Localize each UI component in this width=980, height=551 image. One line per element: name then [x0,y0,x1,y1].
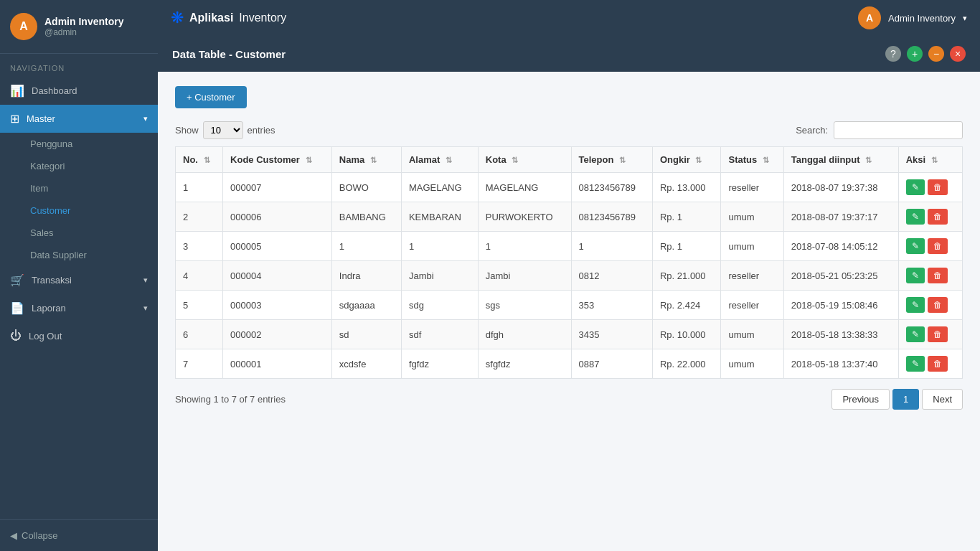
cell-no: 7 [176,349,223,379]
edit-button[interactable]: ✎ [906,179,925,195]
col-status: Status ⇅ [721,147,783,173]
page-1-button[interactable]: 1 [892,389,919,410]
edit-button[interactable]: ✎ [906,297,925,313]
dashboard-icon: 📊 [10,84,24,98]
laporan-icon: 📄 [10,301,24,315]
edit-button[interactable]: ✎ [906,238,925,254]
delete-button[interactable]: 🗑 [928,238,948,254]
sidebar-collapse-section: ◀ Collapse [0,519,158,551]
delete-button[interactable]: 🗑 [928,179,948,195]
sidebar-item-sales[interactable]: Sales [0,222,158,244]
dropbox-icon: ❋ [171,9,184,27]
sort-status-icon: ⇅ [763,156,769,164]
brand-section: ❋ Aplikasi Inventory [171,9,286,27]
sort-ongkir-icon: ⇅ [695,156,702,164]
delete-button[interactable]: 🗑 [928,268,948,283]
topbar: ❋ Aplikasi Inventory A Admin Inventory ▾ [158,0,980,36]
table-row: 7 000001 xcdsfe fgfdz sfgfdz 0887 Rp. 22… [176,349,963,379]
cell-alamat: MAGELANG [401,173,478,202]
header-actions: ? + − × [885,46,966,62]
search-label: Search: [796,125,828,136]
cell-nama: xcdsfe [331,349,401,379]
pagination-area: Showing 1 to 7 of 7 entries Previous 1 N… [175,389,963,410]
delete-button[interactable]: 🗑 [928,209,948,225]
cell-telepon: 08123456789 [571,202,652,232]
customer-table: No. ⇅ Kode Customer ⇅ Nama ⇅ Alamat ⇅ Ko… [175,146,963,379]
sidebar-item-transaksi[interactable]: 🛒 Transaksi ▾ [0,266,158,294]
show-label: Show [175,125,199,136]
delete-button[interactable]: 🗑 [928,356,948,372]
sidebar-item-pengguna[interactable]: Pengguna [0,133,158,155]
cell-status: reseller [721,173,783,202]
action-buttons: ✎ 🗑 [906,326,955,342]
cell-tanggal: 2018-08-07 19:37:17 [783,202,898,232]
show-entries-section: Show 10 25 50 100 entries [175,121,275,139]
cell-no: 3 [176,232,223,261]
edit-button[interactable]: ✎ [906,268,925,283]
sidebar-item-item[interactable]: Item [0,177,158,199]
cell-kode: 000003 [223,291,332,320]
cell-nama: BOWO [331,173,401,202]
expand-button[interactable]: + [907,46,923,62]
cell-kota: sgs [478,291,571,320]
search-section: Search: [796,121,963,139]
edit-button[interactable]: ✎ [906,326,925,342]
cell-ongkir: Rp. 21.000 [652,261,721,291]
sort-no-icon: ⇅ [204,156,210,164]
cell-ongkir: Rp. 1 [652,232,721,261]
cell-alamat: sdg [401,291,478,320]
master-chevron-icon: ▾ [143,114,148,123]
action-buttons: ✎ 🗑 [906,268,955,283]
collapse-button[interactable]: ◀ Collapse [10,530,58,541]
cell-aksi: ✎ 🗑 [898,261,962,291]
table-row: 1 000007 BOWO MAGELANG MAGELANG 08123456… [176,173,963,202]
col-alamat: Alamat ⇅ [401,147,478,173]
col-kode: Kode Customer ⇅ [223,147,332,173]
action-buttons: ✎ 🗑 [906,209,955,225]
sidebar-item-kategori[interactable]: Kategori [0,155,158,177]
sidebar-item-logout[interactable]: ⏻ Log Out [0,322,158,349]
sidebar-item-data-supplier[interactable]: Data Supplier [0,244,158,266]
delete-button[interactable]: 🗑 [928,326,948,342]
transaksi-icon: 🛒 [10,273,24,287]
transaksi-chevron-icon: ▾ [143,276,148,285]
cell-no: 4 [176,261,223,291]
edit-button[interactable]: ✎ [906,209,925,225]
cell-no: 5 [176,291,223,320]
cell-alamat: sdf [401,320,478,349]
sidebar: A Admin Inventory @admin Navigation 📊 Da… [0,0,158,551]
sidebar-item-dashboard[interactable]: 📊 Dashboard [0,77,158,105]
table-row: 2 000006 BAMBANG KEMBARAN PURWOKERTO 081… [176,202,963,232]
next-button[interactable]: Next [922,389,963,410]
sidebar-item-master[interactable]: ⊞ Master ▾ [0,105,158,133]
entries-select[interactable]: 10 25 50 100 [203,121,243,139]
cell-nama: 1 [331,232,401,261]
sidebar-user-section: A Admin Inventory @admin [0,0,158,54]
cell-alamat: KEMBARAN [401,202,478,232]
cell-no: 2 [176,202,223,232]
delete-button[interactable]: 🗑 [928,297,948,313]
edit-button[interactable]: ✎ [906,356,925,372]
close-button[interactable]: × [950,46,966,62]
col-aksi: Aksi ⇅ [898,147,962,173]
col-kota: Kota ⇅ [478,147,571,173]
cell-status: umum [721,349,783,379]
add-customer-button[interactable]: + Customer [175,86,247,108]
info-button[interactable]: ? [885,46,901,62]
nav-section-label: Navigation [0,54,158,77]
cell-status: umum [721,202,783,232]
minimize-button[interactable]: − [928,46,944,62]
sidebar-item-customer[interactable]: Customer [0,199,158,222]
cell-status: reseller [721,261,783,291]
cell-kode: 000006 [223,202,332,232]
sidebar-item-laporan[interactable]: 📄 Laporan ▾ [0,294,158,322]
cell-kode: 000004 [223,261,332,291]
sidebar-item-master-label: Master [27,113,55,124]
topbar-username[interactable]: Admin Inventory [888,13,956,24]
cell-telepon: 3435 [571,320,652,349]
sort-kota-icon: ⇅ [512,156,518,164]
previous-button[interactable]: Previous [831,389,890,410]
search-input[interactable] [834,121,963,139]
cell-kota: PURWOKERTO [478,202,571,232]
cell-kode: 000001 [223,349,332,379]
